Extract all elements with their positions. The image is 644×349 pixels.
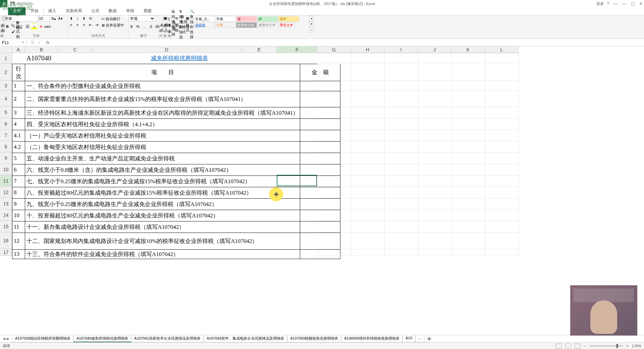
currency-button[interactable]: $: [128, 23, 135, 30]
row-header-15[interactable]: 15: [0, 221, 12, 232]
fill-color-button[interactable]: ◇: [31, 23, 37, 30]
zoom-level[interactable]: 178%: [632, 344, 641, 348]
bold-button[interactable]: B: [4, 23, 10, 30]
col-header-A[interactable]: A: [12, 46, 25, 53]
view-page-layout-button[interactable]: [565, 344, 571, 348]
formula-input[interactable]: [51, 40, 644, 46]
col-header-J[interactable]: J: [418, 46, 451, 53]
sheet-area[interactable]: ABCDEFGHIJKL 1234567891011121314151617 A…: [0, 46, 644, 335]
sheet-tab-2[interactable]: A107041高新技术企业优惠情况及明细表: [131, 335, 204, 342]
find-select-button[interactable]: 🔍查找和选择: [189, 15, 198, 34]
col-header-I[interactable]: I: [384, 46, 418, 53]
style-scroll[interactable]: ▴▾⌄: [309, 15, 314, 33]
border-button[interactable]: 田: [24, 23, 31, 30]
orientation[interactable]: ⟲: [87, 15, 93, 21]
style-warn[interactable]: 警告文本: [278, 22, 299, 28]
phonetic-button[interactable]: wén: [45, 23, 51, 30]
style-calc[interactable]: 计算: [215, 22, 236, 28]
row-header-2[interactable]: 2: [0, 64, 12, 81]
row-header-5[interactable]: 5: [0, 107, 12, 118]
tab-formulas[interactable]: 公式: [87, 7, 104, 15]
underline-button[interactable]: U: [18, 23, 24, 30]
row-header-12[interactable]: 12: [0, 187, 12, 198]
col-header-H[interactable]: H: [351, 46, 384, 53]
sheet-tab-4[interactable]: A107050税额抵免优惠明细表: [287, 335, 341, 342]
tab-view[interactable]: 视图: [139, 7, 156, 15]
italic-button[interactable]: I: [11, 23, 17, 30]
row-header-11[interactable]: 11: [0, 175, 12, 187]
row-header-1[interactable]: 1: [0, 53, 12, 64]
add-sheet-button[interactable]: ⊕: [426, 336, 432, 342]
style-check[interactable]: 检查单元格: [236, 22, 257, 28]
sheet-tab-5[interactable]: A108000境外所得税收抵免明细表: [341, 335, 402, 342]
tab-data[interactable]: 数据: [104, 7, 121, 15]
undo-icon[interactable]: ↶: [17, 1, 21, 6]
sheet-tabs[interactable]: A107030抵扣应纳税所得额明细表A107040减免所得税优惠明细表A1070…: [12, 335, 424, 342]
font-name-input[interactable]: [4, 15, 38, 21]
style-explain[interactable]: 解释性文本: [257, 22, 278, 28]
save-icon[interactable]: 💾: [10, 1, 15, 6]
font-color-button[interactable]: A: [38, 23, 44, 30]
style-down-icon[interactable]: ▾: [309, 21, 314, 27]
select-all-corner[interactable]: [0, 46, 12, 53]
align-right[interactable]: ≡: [81, 22, 87, 28]
worksheet-content[interactable]: A107040减免所得税优惠明细表行次项 目金 额1一、符合条件的小型微利企业减…: [12, 53, 340, 259]
tab-home[interactable]: 开始: [25, 6, 44, 15]
row-headers[interactable]: 1234567891011121314151617: [0, 53, 12, 256]
ribbon-options-icon[interactable]: ▭: [614, 1, 618, 6]
tab-prev-icon[interactable]: ◀: [3, 337, 5, 341]
increase-font-button[interactable]: A▴: [51, 15, 57, 21]
close-icon[interactable]: ✕: [639, 1, 643, 6]
view-page-break-button[interactable]: [575, 344, 581, 348]
tab-page-layout[interactable]: 页面布局: [61, 7, 87, 15]
col-header-K[interactable]: K: [451, 46, 485, 53]
style-neutral[interactable]: 适中: [278, 16, 299, 22]
style-good[interactable]: 好: [257, 16, 278, 22]
sheet-tab-6[interactable]: A10: [402, 335, 415, 342]
percent-button[interactable]: %: [135, 23, 141, 30]
row-header-14[interactable]: 14: [0, 209, 12, 221]
enter-formula-icon[interactable]: ✓: [37, 39, 42, 46]
number-format-select[interactable]: 常规: [128, 15, 155, 21]
login-link[interactable]: 登录: [596, 1, 604, 6]
tab-next-icon[interactable]: ▶: [7, 337, 9, 341]
quick-access-toolbar[interactable]: 💾 ↶ ↷: [9, 1, 28, 6]
col-header-B[interactable]: B: [25, 46, 58, 53]
sheet-tab-3[interactable]: A107042软件、集成电路企业优惠情况及明细表: [204, 335, 287, 342]
sheet-tab-1[interactable]: A107040减免所得税优惠明细表: [73, 335, 131, 342]
style-normal[interactable]: 常规: [215, 16, 236, 22]
comma-button[interactable]: ,: [141, 23, 147, 30]
cancel-formula-icon[interactable]: ✕: [30, 39, 35, 46]
column-headers[interactable]: ABCDEFGHIJKL: [12, 46, 519, 53]
align-top[interactable]: ⬆: [68, 15, 74, 21]
sheet-tab-more[interactable]: ...: [415, 335, 424, 342]
col-header-L[interactable]: L: [485, 46, 519, 53]
tab-review[interactable]: 审阅: [121, 7, 139, 15]
col-header-D[interactable]: D: [92, 46, 241, 53]
indent-dec[interactable]: ⇤: [87, 22, 93, 28]
name-box[interactable]: F11▼: [0, 40, 27, 46]
row-header-6[interactable]: 6: [0, 118, 12, 130]
row-header-9[interactable]: 9: [0, 152, 12, 164]
minimize-icon[interactable]: —: [622, 1, 626, 6]
wrap-text-button[interactable]: ↩自动换行: [101, 16, 125, 22]
view-normal-button[interactable]: [556, 344, 562, 348]
sort-filter-button[interactable]: ⇅排序和筛选: [178, 15, 187, 34]
style-bad[interactable]: 差: [236, 16, 257, 22]
align-middle[interactable]: ↕: [74, 15, 80, 21]
row-header-16[interactable]: 16: [0, 232, 12, 249]
align-left[interactable]: ≡: [68, 22, 74, 28]
merge-button[interactable]: ⊞合并后居中: [101, 22, 125, 28]
row-header-4[interactable]: 4: [0, 91, 12, 107]
indent-inc[interactable]: ⇥: [94, 22, 100, 28]
align-bottom[interactable]: ⬇: [81, 15, 87, 21]
style-up-icon[interactable]: ▴: [309, 15, 314, 21]
col-header-F[interactable]: F: [277, 46, 317, 53]
font-size-input[interactable]: [39, 15, 50, 21]
row-header-3[interactable]: 3: [0, 81, 12, 91]
zoom-out-button[interactable]: −: [584, 344, 586, 348]
redo-icon[interactable]: ↷: [23, 1, 28, 6]
style-more-icon[interactable]: ⌄: [309, 27, 314, 33]
zoom-slider[interactable]: [589, 345, 623, 347]
row-header-8[interactable]: 8: [0, 141, 12, 152]
